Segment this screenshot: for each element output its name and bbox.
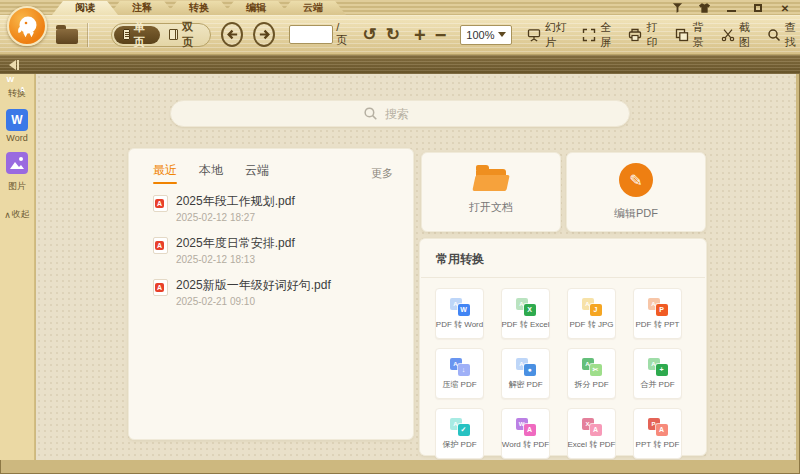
ribbon-tab-转换[interactable]: 转换	[166, 1, 232, 15]
conversions-title: 常用转换	[420, 239, 706, 277]
file-row[interactable]: 2025年度日常安排.pdf2025-02-12 18:13	[153, 236, 395, 265]
slideshow-button[interactable]: 幻灯片	[527, 20, 569, 50]
pdf-file-icon	[153, 237, 168, 254]
file-date: 2025-02-21 09:10	[176, 296, 331, 307]
conversion-card-PPT转PDF[interactable]: PAPPT 转 PDF	[633, 408, 682, 459]
sidebar-item-label: Word	[6, 133, 27, 143]
conversion-label: PDF 转 Word	[436, 319, 483, 330]
conversion-card-PDF转Word[interactable]: AWPDF 转 Word	[435, 288, 484, 339]
background-button[interactable]: 背景	[675, 20, 708, 50]
conversion-card-压缩PDF[interactable]: A↓压缩 PDF	[435, 348, 484, 399]
sidebar-item-Word[interactable]: WWord	[6, 109, 28, 143]
edit-pdf-card[interactable]: ✎ 编辑PDF	[566, 152, 706, 232]
conversions-grid: AWPDF 转 WordAXPDF 转 ExcelAJPDF 转 JPGAPPD…	[420, 278, 706, 459]
file-list: 2025年段工作规划.pdf2025-02-12 18:272025年度日常安排…	[129, 184, 413, 307]
file-info: 2025年段工作规划.pdf2025-02-12 18:27	[176, 194, 295, 223]
rotate-left-button[interactable]: ↺	[362, 26, 376, 43]
left-sidebar: AW转换WWord图片∧收起	[0, 74, 35, 460]
conversion-icon: WA	[516, 418, 536, 436]
next-page-button[interactable]	[253, 22, 275, 47]
page-mode-toggle: 单页 双页	[111, 23, 211, 47]
ribbon-tab-注释[interactable]: 注释	[109, 1, 175, 15]
sidebar-item-图片[interactable]: 图片	[6, 152, 28, 193]
background-icon	[675, 28, 689, 42]
collapse-panel-icon[interactable]	[9, 60, 19, 70]
open-document-label: 打开文档	[469, 200, 513, 215]
screenshot-button[interactable]: 截图	[721, 20, 754, 50]
tool-label: 打印	[646, 20, 661, 50]
print-button[interactable]: 打印	[628, 20, 661, 50]
ribbon-tab-阅读[interactable]: 阅读	[52, 1, 118, 15]
fullscreen-button[interactable]: 全屏	[582, 20, 615, 50]
find-icon	[767, 28, 781, 42]
file-info: 2025年度日常安排.pdf2025-02-12 18:13	[176, 236, 295, 265]
previous-page-button[interactable]	[221, 22, 243, 47]
close-button[interactable]: ✕	[778, 2, 792, 14]
file-date: 2025-02-12 18:27	[176, 212, 295, 223]
find-button[interactable]: 查找	[767, 20, 800, 50]
app-logo-elephant-icon[interactable]	[7, 6, 47, 46]
search-icon	[363, 106, 378, 121]
chevron-down-icon	[498, 32, 506, 37]
app-window: 阅读注释转换编辑云端 ✕ 单页	[0, 0, 800, 474]
recent-tab-本地[interactable]: 本地	[199, 162, 223, 184]
search-input[interactable]	[385, 107, 437, 121]
tool-label: 背景	[693, 20, 708, 50]
open-folder-icon	[476, 169, 506, 191]
conversion-card-PDF转JPG[interactable]: AJPDF 转 JPG	[567, 288, 616, 339]
file-name: 2025年度日常安排.pdf	[176, 236, 295, 251]
conversion-card-PDF转PPT[interactable]: APPDF 转 PPT	[633, 288, 682, 339]
collapse-toolbar-icon[interactable]	[670, 2, 684, 14]
window-controls: ✕	[670, 2, 792, 14]
single-page-icon	[123, 29, 130, 40]
open-document-card[interactable]: 打开文档	[421, 152, 561, 232]
search-bar[interactable]	[170, 100, 630, 127]
chevron-up-icon: ∧	[4, 210, 11, 220]
skin-icon[interactable]	[697, 2, 711, 14]
zoom-in-button[interactable]: +	[414, 25, 426, 45]
conversion-card-Word转PDF[interactable]: WAWord 转 PDF	[501, 408, 550, 459]
file-name: 2025年段工作规划.pdf	[176, 194, 295, 209]
edit-pencil-icon: ✎	[619, 163, 653, 197]
page-number-input[interactable]	[289, 25, 333, 44]
maximize-button[interactable]	[751, 2, 765, 14]
sidebar-collapse-button[interactable]: ∧收起	[4, 208, 30, 221]
conversion-label: PDF 转 Excel	[502, 319, 550, 330]
conversion-icon: AJ	[582, 298, 602, 316]
panel-header-bar	[0, 55, 800, 74]
zoom-level-select[interactable]: 100%	[460, 25, 512, 45]
zoom-out-button[interactable]: −	[435, 25, 447, 45]
conversion-card-PDF转Excel[interactable]: AXPDF 转 Excel	[501, 288, 550, 339]
conversion-card-保护PDF[interactable]: A✓保护 PDF	[435, 408, 484, 459]
open-file-button[interactable]	[56, 26, 78, 44]
file-name: 2025新版一年级好词好句.pdf	[176, 278, 331, 293]
recent-tabs: 最近本地云端更多	[129, 149, 413, 184]
folder-icon	[56, 29, 78, 44]
sidebar-item-转换[interactable]: AW转换	[8, 85, 26, 100]
conversion-icon: A↓	[450, 358, 470, 376]
tool-label: 查找	[785, 20, 800, 50]
double-page-icon	[169, 29, 179, 40]
double-page-button[interactable]: 双页	[160, 26, 208, 44]
rotate-right-button[interactable]: ↻	[386, 26, 400, 43]
conversion-card-Excel转PDF[interactable]: XAExcel 转 PDF	[567, 408, 616, 459]
ribbon-tabbar: 阅读注释转换编辑云端	[52, 1, 337, 15]
single-page-button[interactable]: 单页	[114, 26, 160, 44]
fullscreen-icon	[582, 28, 596, 42]
ribbon-tab-云端[interactable]: 云端	[280, 1, 346, 15]
file-info: 2025新版一年级好词好句.pdf2025-02-21 09:10	[176, 278, 331, 307]
ribbon-tab-编辑[interactable]: 编辑	[223, 1, 289, 15]
recent-tab-最近[interactable]: 最近	[153, 162, 177, 184]
more-link[interactable]: 更多	[371, 166, 393, 181]
conversion-card-合并PDF[interactable]: A+合并 PDF	[633, 348, 682, 399]
conversion-card-解密PDF[interactable]: A●解密 PDF	[501, 348, 550, 399]
file-row[interactable]: 2025新版一年级好词好句.pdf2025-02-21 09:10	[153, 278, 395, 307]
pdf-file-icon	[153, 279, 168, 296]
conversion-label: Word 转 PDF	[502, 439, 549, 450]
file-row[interactable]: 2025年段工作规划.pdf2025-02-12 18:27	[153, 194, 395, 223]
minimize-button[interactable]	[724, 2, 738, 14]
recent-tab-云端[interactable]: 云端	[245, 162, 269, 184]
file-date: 2025-02-12 18:13	[176, 254, 295, 265]
conversion-card-拆分PDF[interactable]: A✂拆分 PDF	[567, 348, 616, 399]
collapse-label: 收起	[12, 208, 30, 221]
